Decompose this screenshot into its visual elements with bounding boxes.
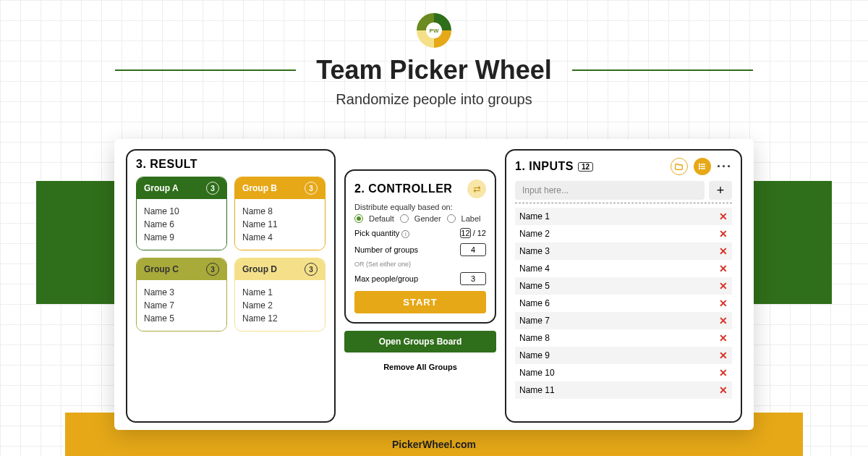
svg-point-3 — [699, 164, 699, 165]
inputs-list: Name 1✕Name 2✕Name 3✕Name 4✕Name 5✕Name … — [515, 208, 732, 399]
svg-point-4 — [699, 166, 699, 167]
page-title: Team Picker Wheel — [316, 55, 551, 85]
add-button[interactable]: + — [709, 181, 732, 200]
list-item[interactable]: Name 1✕ — [515, 208, 732, 225]
max-people-input[interactable]: 3 — [460, 272, 486, 285]
group-d-count: 3 — [305, 263, 318, 276]
list-item-label: Name 2 — [519, 229, 550, 239]
list-item-label: Name 3 — [519, 246, 550, 256]
group-a-member: Name 10 — [144, 205, 219, 218]
list-item[interactable]: Name 8✕ — [515, 329, 732, 347]
footer-brand: PickerWheel.com — [0, 439, 868, 450]
num-groups-input[interactable]: 4 — [460, 243, 486, 256]
group-d-member: Name 1 — [242, 286, 318, 299]
list-item[interactable]: Name 6✕ — [515, 295, 732, 312]
delete-icon[interactable]: ✕ — [719, 211, 728, 222]
delete-icon[interactable]: ✕ — [719, 228, 728, 240]
group-a-member: Name 6 — [144, 218, 219, 231]
inputs-heading: 1. INPUTS — [515, 160, 574, 173]
list-item-label: Name 1 — [519, 211, 550, 221]
list-item[interactable]: Name 7✕ — [515, 312, 732, 329]
result-heading: 3. RESULT — [136, 158, 326, 171]
svg-point-5 — [699, 169, 699, 169]
pick-quantity-input[interactable]: 12 — [460, 228, 470, 238]
group-c-member: Name 7 — [144, 299, 219, 312]
list-item[interactable]: Name 9✕ — [515, 347, 732, 364]
folder-icon[interactable] — [671, 158, 688, 175]
brand-logo-badge: PW — [426, 22, 442, 38]
brand-logo: PW — [417, 13, 451, 48]
pick-quantity-label: Pick quantity — [354, 229, 399, 237]
group-a-member: Name 9 — [144, 231, 219, 244]
group-d-title: Group D — [242, 264, 277, 274]
group-a: Group A3 Name 10 Name 6 Name 9 — [136, 177, 227, 250]
group-b-title: Group B — [242, 183, 277, 193]
list-item-label: Name 8 — [519, 333, 550, 343]
list-icon[interactable] — [694, 158, 711, 175]
group-c-member: Name 5 — [144, 312, 219, 325]
radio-gender[interactable] — [400, 214, 409, 223]
decor-line-left — [115, 69, 296, 71]
max-people-label: Max people/group — [354, 274, 418, 283]
group-d: Group D3 Name 1 Name 2 Name 12 — [234, 258, 326, 332]
list-item-label: Name 9 — [519, 350, 550, 360]
list-item-label: Name 11 — [519, 385, 555, 395]
delete-icon[interactable]: ✕ — [719, 315, 728, 326]
group-c-count: 3 — [206, 263, 219, 276]
start-button[interactable]: START — [354, 291, 486, 313]
list-item-label: Name 6 — [519, 298, 550, 308]
list-item-label: Name 7 — [519, 316, 550, 326]
group-b-count: 3 — [305, 182, 318, 195]
more-icon[interactable]: ··· — [717, 159, 732, 174]
delete-icon[interactable]: ✕ — [719, 245, 728, 257]
group-b-member: Name 11 — [242, 218, 318, 231]
list-item[interactable]: Name 11✕ — [515, 381, 732, 399]
list-item[interactable]: Name 3✕ — [515, 242, 732, 260]
or-hint: OR (Set either one) — [354, 261, 486, 268]
shuffle-icon[interactable]: ⇄ — [467, 180, 486, 198]
info-icon[interactable]: i — [401, 230, 409, 238]
group-d-member: Name 2 — [242, 299, 318, 312]
delete-icon[interactable]: ✕ — [719, 350, 728, 361]
group-d-member: Name 12 — [242, 312, 318, 325]
num-groups-label: Number of groups — [354, 245, 418, 254]
radio-default[interactable] — [354, 214, 363, 223]
group-b: Group B3 Name 8 Name 11 Name 4 — [234, 177, 326, 250]
group-c: Group C3 Name 3 Name 7 Name 5 — [136, 258, 227, 332]
radio-label[interactable] — [447, 214, 456, 223]
controller-panel: 2. CONTROLLER ⇄ Distribute equally based… — [344, 169, 496, 324]
open-groups-board-button[interactable]: Open Groups Board — [344, 331, 496, 352]
list-item[interactable]: Name 10✕ — [515, 364, 732, 381]
result-panel: 3. RESULT Group A3 Name 10 Name 6 Name 9… — [126, 149, 336, 423]
list-item-label: Name 5 — [519, 281, 550, 291]
decor-line-right — [572, 69, 753, 71]
group-b-member: Name 4 — [242, 231, 318, 244]
list-item[interactable]: Name 4✕ — [515, 260, 732, 277]
radio-gender-label: Gender — [414, 214, 441, 223]
delete-icon[interactable]: ✕ — [719, 384, 728, 396]
delete-icon[interactable]: ✕ — [719, 332, 728, 344]
list-item-label: Name 4 — [519, 263, 550, 274]
delete-icon[interactable]: ✕ — [719, 297, 728, 309]
separator — [515, 203, 732, 203]
group-c-member: Name 3 — [144, 286, 219, 299]
inputs-count-badge: 12 — [578, 162, 593, 172]
distribute-label: Distribute equally based on: — [354, 203, 486, 211]
delete-icon[interactable]: ✕ — [719, 263, 728, 274]
list-item[interactable]: Name 2✕ — [515, 225, 732, 242]
delete-icon[interactable]: ✕ — [719, 367, 728, 379]
radio-default-label: Default — [369, 214, 394, 223]
name-input[interactable]: Input here... — [515, 181, 705, 200]
app-canvas: 3. RESULT Group A3 Name 10 Name 6 Name 9… — [114, 139, 754, 430]
page-subtitle: Randomize people into groups — [0, 91, 868, 108]
pick-quantity-total: / 12 — [473, 229, 486, 237]
list-item-label: Name 10 — [519, 368, 555, 378]
group-a-count: 3 — [206, 182, 219, 195]
radio-label-label: Label — [461, 214, 481, 223]
delete-icon[interactable]: ✕ — [719, 280, 728, 292]
group-c-title: Group C — [144, 264, 179, 274]
group-b-member: Name 8 — [242, 205, 318, 218]
inputs-panel: 1. INPUTS 12 ··· Input here... + Name 1✕… — [505, 149, 742, 423]
list-item[interactable]: Name 5✕ — [515, 277, 732, 295]
remove-all-groups-button[interactable]: Remove All Groups — [344, 360, 496, 374]
